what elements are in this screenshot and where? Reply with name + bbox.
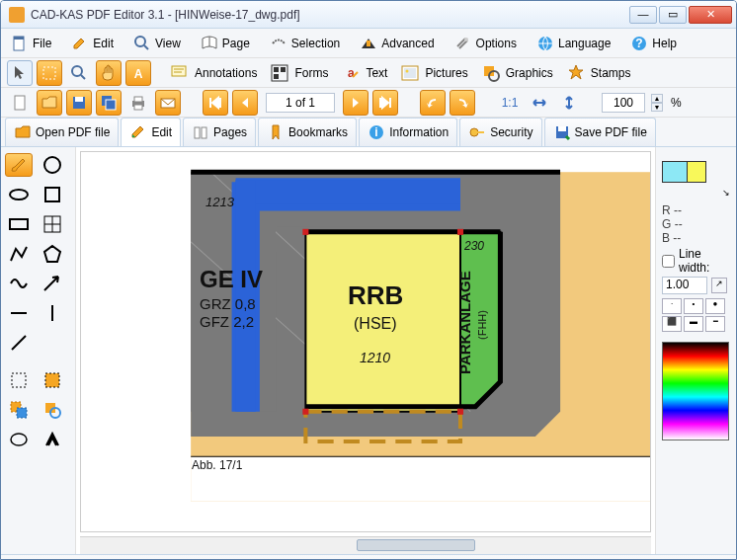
zoom-value[interactable]: 100 bbox=[602, 93, 645, 113]
label-ge-gfz: GFZ 2,2 bbox=[200, 313, 254, 330]
tab-edit[interactable]: Edit bbox=[121, 118, 181, 146]
svg-point-11 bbox=[72, 66, 82, 76]
oval-outline-tool[interactable] bbox=[5, 428, 33, 451]
maximize-button[interactable]: ▭ bbox=[659, 6, 687, 24]
titlebar: CAD-KAS PDF Editor 3.1 - [HINWeise-17_dw… bbox=[1, 1, 736, 29]
shape-marquee-tool[interactable] bbox=[39, 398, 66, 422]
horizontal-scrollbar[interactable] bbox=[80, 536, 651, 554]
forms-button[interactable]: Forms bbox=[265, 60, 332, 86]
svg-rect-72 bbox=[457, 229, 463, 235]
last-page-button[interactable] bbox=[372, 90, 398, 116]
minimize-button[interactable]: — bbox=[629, 6, 657, 24]
square-tool[interactable] bbox=[39, 183, 66, 206]
swap-colors-icon[interactable]: ↘ bbox=[662, 188, 730, 198]
zoom-spinner[interactable]: ▲▼ bbox=[651, 94, 663, 112]
vline-tool[interactable] bbox=[39, 301, 66, 325]
linestyle-4[interactable]: ⬛ bbox=[662, 316, 682, 332]
menu-options[interactable]: Options bbox=[450, 32, 521, 55]
stamps-button[interactable]: Stamps bbox=[561, 60, 635, 86]
menu-edit[interactable]: Edit bbox=[67, 32, 118, 55]
fit-page-button[interactable] bbox=[556, 90, 582, 116]
svg-rect-23 bbox=[404, 68, 416, 78]
menu-help[interactable]: ?Help bbox=[626, 32, 681, 55]
polyline-tool[interactable] bbox=[5, 242, 33, 266]
tab-info[interactable]: iInformation bbox=[359, 118, 457, 146]
polygon-tool[interactable] bbox=[39, 242, 66, 266]
scrollbar-thumb[interactable] bbox=[357, 539, 475, 551]
svg-line-54 bbox=[12, 336, 26, 350]
circle-tool[interactable] bbox=[39, 153, 66, 177]
saveas-button[interactable] bbox=[96, 90, 122, 116]
text-label: Text bbox=[366, 66, 387, 80]
toolbar-modes: A Annotations Forms aText Pictures Graph… bbox=[1, 58, 736, 88]
redo-button[interactable] bbox=[450, 90, 475, 116]
text-a-button[interactable]: A bbox=[125, 60, 151, 86]
line-tool[interactable] bbox=[5, 331, 33, 355]
label-abb: Abb. 17/1 bbox=[192, 458, 242, 472]
linestyle-6[interactable]: ━ bbox=[705, 316, 725, 332]
close-button[interactable]: ✕ bbox=[689, 6, 732, 24]
label-rrb: RRB bbox=[348, 280, 403, 311]
menu-selection[interactable]: Selection bbox=[266, 32, 344, 55]
fill-marquee-tool[interactable] bbox=[39, 368, 66, 392]
linewidth-input[interactable]: 1.00 bbox=[662, 277, 707, 294]
menu-language[interactable]: Language bbox=[532, 32, 614, 55]
prev-page-button[interactable] bbox=[232, 90, 258, 116]
linestyle-3[interactable]: ● bbox=[705, 298, 725, 314]
text-button[interactable]: aText bbox=[336, 60, 391, 86]
undo-button[interactable] bbox=[420, 90, 446, 116]
hline-tool[interactable] bbox=[5, 301, 33, 325]
tab-security[interactable]: Security bbox=[459, 118, 541, 146]
workspace: 1213 GE IV GRZ 0,8 GFZ 2,2 RRB (HSE) 121… bbox=[1, 147, 736, 554]
save-button[interactable] bbox=[66, 90, 92, 116]
fit-width-button[interactable] bbox=[527, 90, 552, 116]
page-indicator[interactable]: 1 of 1 bbox=[266, 93, 335, 113]
zoom-tool-button[interactable] bbox=[66, 60, 92, 86]
linestyle-5[interactable]: ▬ bbox=[684, 316, 703, 332]
color-marquee-tool[interactable] bbox=[5, 398, 33, 422]
tab-open[interactable]: Open PDF file bbox=[5, 118, 119, 146]
menu-file[interactable]: File bbox=[7, 32, 55, 55]
menu-view[interactable]: View bbox=[129, 32, 185, 55]
tab-bookmarks[interactable]: Bookmarks bbox=[258, 118, 357, 146]
hand-tool-button[interactable] bbox=[96, 60, 122, 86]
ellipse-tool[interactable] bbox=[5, 183, 33, 206]
first-page-button[interactable] bbox=[203, 90, 228, 116]
svg-text:i: i bbox=[374, 125, 377, 139]
svg-rect-14 bbox=[172, 66, 186, 76]
svg-rect-19 bbox=[281, 67, 286, 72]
pointer-tool-button[interactable] bbox=[7, 60, 33, 86]
rect-tool[interactable] bbox=[5, 212, 33, 236]
svg-rect-73 bbox=[302, 409, 308, 415]
document-canvas[interactable]: 1213 GE IV GRZ 0,8 GFZ 2,2 RRB (HSE) 121… bbox=[80, 151, 651, 532]
marquee-tool[interactable] bbox=[5, 368, 33, 392]
color-palette[interactable] bbox=[662, 342, 729, 440]
menu-advanced[interactable]: Advanced bbox=[356, 32, 438, 55]
open-button[interactable] bbox=[37, 90, 62, 116]
linestyle-1[interactable]: · bbox=[662, 298, 682, 314]
right-panel: ↘ R -- G -- B -- Line width: 1.00 ↗ · • … bbox=[655, 147, 736, 554]
print-button[interactable] bbox=[125, 90, 151, 116]
grid-tool[interactable] bbox=[39, 212, 66, 236]
menu-page[interactable]: Page bbox=[197, 32, 254, 55]
tab-pages[interactable]: Pages bbox=[183, 118, 256, 146]
curve-tool[interactable] bbox=[5, 272, 33, 295]
next-page-button[interactable] bbox=[343, 90, 368, 116]
mail-button[interactable] bbox=[155, 90, 181, 116]
select-rect-button[interactable] bbox=[37, 60, 62, 86]
linestyle-2[interactable]: • bbox=[684, 298, 703, 314]
chevron-tool[interactable] bbox=[39, 428, 66, 451]
new-button[interactable] bbox=[7, 90, 33, 116]
annotations-button[interactable]: Annotations bbox=[165, 60, 261, 86]
pictures-button[interactable]: Pictures bbox=[395, 60, 471, 86]
app-icon bbox=[9, 7, 25, 23]
arrow-tool[interactable] bbox=[39, 272, 66, 295]
tab-save[interactable]: Save PDF file bbox=[544, 118, 656, 146]
fit-11-button[interactable]: 1:1 bbox=[497, 90, 523, 116]
linewidth-checkbox[interactable] bbox=[662, 255, 675, 268]
tab-edit-label: Edit bbox=[151, 125, 172, 139]
swatch-primary[interactable] bbox=[662, 161, 688, 183]
linewidth-picker-icon[interactable]: ↗ bbox=[711, 278, 727, 293]
graphics-button[interactable]: Graphics bbox=[476, 60, 557, 86]
brush-tool[interactable] bbox=[5, 153, 33, 177]
